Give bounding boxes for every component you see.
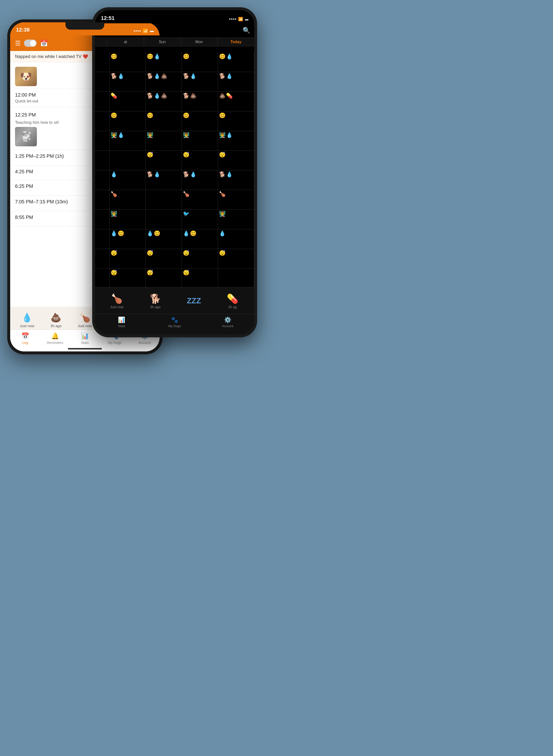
qa-poop-label: 3h ago xyxy=(51,324,62,328)
cal-time-12 xyxy=(95,269,110,287)
qa-food-icon: 🍗 xyxy=(80,313,90,323)
p2-qa-walk-icon: 🐕 xyxy=(150,293,161,304)
phone2-quickadd: 🍗 Just now 🐕 3h ago ZZZ 💊 2h ag xyxy=(95,287,254,315)
cal-row-10: 💧😊 💧😊 💧😊 💧 xyxy=(95,229,254,249)
phone1-time: 12:38 xyxy=(16,27,29,33)
cal-cell-3-1: 💊 xyxy=(110,92,146,111)
cal-cell-11-4: 😴 xyxy=(218,249,254,268)
phone2: 12:51 📶 ▬ ☰ 📅 🔍 xyxy=(92,7,257,337)
cal-row-8: 🍗 🍗 🍗 xyxy=(95,190,254,210)
cal-cell-11-3: 😴 xyxy=(182,249,218,268)
log-note-1225: Teaching him how to sit! xyxy=(15,120,59,125)
phone2-tabbar: 📊 Stats 🐾 My Dogs ⚙️ Account xyxy=(95,314,254,334)
tab-reminders[interactable]: 🔔 Reminders xyxy=(40,332,70,345)
tab-account-label: Account xyxy=(139,341,151,345)
cal-cell-12-4 xyxy=(218,269,254,287)
cal-cell-9-1: 👨‍🏫 xyxy=(110,210,146,229)
p2-tab-stats[interactable]: 📊 Stats xyxy=(95,317,148,328)
cal-cell-10-3: 💧😊 xyxy=(182,229,218,249)
p2-tab-stats-label: Stats xyxy=(118,324,126,328)
qa-water-label: Just now xyxy=(20,324,34,328)
p2-qa-food[interactable]: 🍗 Just now xyxy=(97,293,136,309)
p2-dot1 xyxy=(229,18,230,20)
cal-cell-7-1: 💧 xyxy=(110,170,146,190)
cal-cell-4-2: 😊 xyxy=(146,112,182,131)
cal-cell-3-2: 🐕💧💩 xyxy=(146,92,182,111)
phone2-screen: 12:51 📶 ▬ ☰ 📅 🔍 xyxy=(95,10,254,334)
dog-photo-1: 🐶 xyxy=(15,67,37,86)
menu-icon[interactable]: ☰ xyxy=(15,40,21,47)
p2-wifi-icon: 📶 xyxy=(238,17,243,21)
p2-battery-icon: ▬ xyxy=(245,17,248,21)
cal-cell-8-1: 🍗 xyxy=(110,190,146,209)
status-icons: 📶 ▬ xyxy=(134,28,154,33)
tab-reminders-icon: 🔔 xyxy=(51,332,59,340)
cal-cell-12-2: 😴 xyxy=(146,269,182,287)
cal-header-sun: Sun xyxy=(144,38,181,46)
cal-cell-5-3: 👨‍🏫 xyxy=(182,131,218,150)
tab-log-icon: 📅 xyxy=(21,332,29,340)
p2-qa-med-icon: 💊 xyxy=(227,293,238,304)
cal-row-11: 😴 😴 😴 😴 xyxy=(95,249,254,269)
cal-cell-11-2: 😴 xyxy=(146,249,182,268)
p2-qa-med[interactable]: 💊 2h ag xyxy=(213,293,252,309)
p2-qa-walk[interactable]: 🐕 3h ago xyxy=(136,293,175,309)
cal-cell-7-3: 🐕💧 xyxy=(182,170,218,190)
cal-day-headers: at Sun Mon Today xyxy=(95,38,254,46)
cal-cell-1-2: 😊💧 xyxy=(146,53,182,72)
cal-cell-6-1 xyxy=(110,151,146,170)
calendar-icon[interactable]: 📅 xyxy=(40,40,48,47)
cal-row-12: 😴 😴 😴 xyxy=(95,269,254,287)
cal-cell-9-4: 👨‍🏫 xyxy=(218,210,254,229)
log-time-1225: 12:25 PM xyxy=(15,112,36,118)
cal-cell-4-1: 😊 xyxy=(110,112,146,131)
p2-qa-sleep[interactable]: ZZZ xyxy=(175,296,213,306)
p2-status-icons: 📶 ▬ xyxy=(229,17,248,21)
cal-time-2 xyxy=(95,72,110,91)
toggle-switch[interactable] xyxy=(24,40,36,47)
cal-cell-4-4: 😊 xyxy=(218,112,254,131)
tab-reminders-label: Reminders xyxy=(47,341,63,345)
tab-mydogs-label: My Dogs xyxy=(108,341,122,345)
cal-cell-3-3: 🐕💩 xyxy=(182,92,218,111)
cal-cell-12-3: 😴 xyxy=(182,269,218,287)
cal-time-5 xyxy=(95,131,110,150)
cal-header-empty xyxy=(95,38,107,46)
cal-grid: 😊 😊💧 😊 😊💧 🐕💧 🐕💧💩 🐕💧 🐕💧 💊 🐕💧💩 🐕💩 xyxy=(95,53,254,287)
top-dog-photo: 🐶 xyxy=(15,67,37,86)
cal-row-2: 🐕💧 🐕💧💩 🐕💧 🐕💧 xyxy=(95,72,254,92)
phone2-time: 12:51 xyxy=(101,15,114,21)
tab-log-label: Log xyxy=(22,341,28,345)
cal-row-6: 😴 😴 😴 xyxy=(95,151,254,170)
cal-cell-1-3: 😊 xyxy=(182,53,218,72)
p2-tab-account[interactable]: ⚙️ Account xyxy=(201,317,254,328)
p2-tab-mydogs[interactable]: 🐾 My Dogs xyxy=(148,317,201,328)
cal-time-4 xyxy=(95,112,110,131)
cal-row-5: 👨‍🏫💧 👨‍🏫 👨‍🏫 👨‍🏫💧 xyxy=(95,131,254,151)
cal-row-9: 👨‍🏫 🐦 👨‍🏫 xyxy=(95,210,254,229)
cal-time-8 xyxy=(95,190,110,209)
wifi-icon: 📶 xyxy=(143,28,148,33)
qa-poop-icon: 💩 xyxy=(51,313,61,323)
cal-cell-10-2: 💧😊 xyxy=(146,229,182,249)
cal-cell-4-3: 😊 xyxy=(182,112,218,131)
cal-time-3 xyxy=(95,92,110,111)
cal-time-10 xyxy=(95,229,110,249)
p2-signal-dots xyxy=(229,18,236,20)
cal-cell-5-2: 👨‍🏫 xyxy=(146,131,182,150)
cal-cell-8-3: 🍗 xyxy=(182,190,218,209)
tab-log[interactable]: 📅 Log xyxy=(10,332,40,345)
p2-qa-food-icon: 🍗 xyxy=(111,293,123,304)
p2-tab-mydogs-icon: 🐾 xyxy=(171,317,178,323)
qa-item-poop[interactable]: 💩 3h ago xyxy=(42,313,70,328)
dog-photo-2: 🐩 xyxy=(15,127,37,146)
cal-header-mon: Mon xyxy=(181,38,218,46)
qa-water-icon: 💧 xyxy=(21,313,32,323)
cal-row-1: 😊 😊💧 😊 😊💧 xyxy=(95,53,254,72)
dot4 xyxy=(140,30,141,31)
p2-qa-sleep-icon: ZZZ xyxy=(187,296,201,305)
p2-search-icon[interactable]: 🔍 xyxy=(243,27,250,34)
cal-cell-5-4: 👨‍🏫💧 xyxy=(218,131,254,150)
qa-item-water[interactable]: 💧 Just now xyxy=(13,313,42,328)
p2-dot2 xyxy=(231,18,232,20)
